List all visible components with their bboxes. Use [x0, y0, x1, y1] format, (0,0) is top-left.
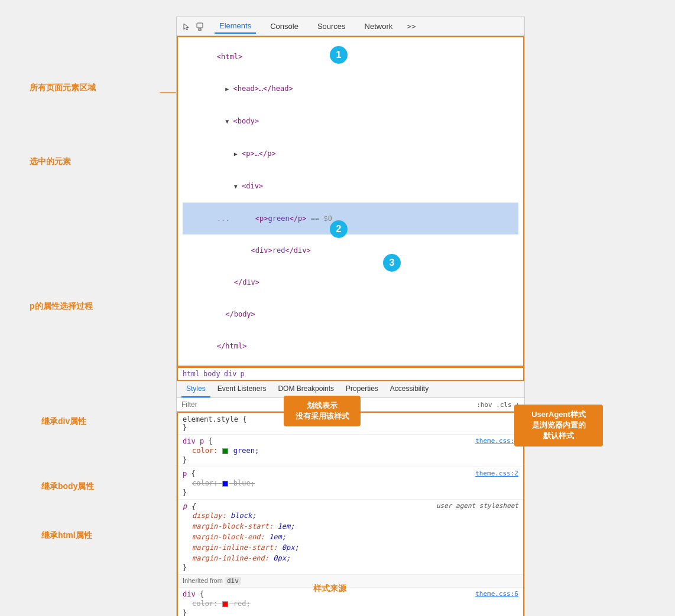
color-swatch-green [222, 448, 228, 454]
source-theme5[interactable]: theme.css:5 [475, 437, 518, 445]
annotation-inherit-html: 继承html属性 [41, 530, 92, 541]
dom-line-close-body[interactable]: </body> [183, 298, 518, 330]
dom-line-div-red[interactable]: <div>red</div> [183, 234, 518, 266]
annotation-inherit-body: 继承body属性 [41, 481, 94, 492]
dom-line-body[interactable]: ▼ <body> [183, 105, 518, 138]
breadcrumb-bar: html body div p [177, 367, 524, 381]
device-icon[interactable] [194, 21, 205, 32]
css-prop-margin-block-end: margin-block-end: 1em; [183, 532, 518, 542]
annotation-selected-element: 选中的元素 [30, 157, 71, 167]
tab-elements[interactable]: Elements [215, 19, 256, 34]
user-agent-explanation-box: UserAgent样式 是浏览器内置的 默认样式 [514, 405, 603, 446]
css-rules: element.style { } theme.css:5 div p { co… [177, 412, 524, 616]
source-theme6[interactable]: theme.css:6 [475, 590, 518, 598]
badge-3: 3 [383, 254, 401, 272]
css-selector-div-p: div p { [183, 437, 518, 445]
annotation-inherit-div: 继承div属性 [41, 416, 86, 427]
source-theme2[interactable]: theme.css:2 [475, 470, 518, 477]
breadcrumb-p[interactable]: p [241, 370, 245, 378]
devtools-toolbar: Elements Console Sources Network >> [177, 17, 524, 36]
toolbar-icons [181, 21, 205, 32]
inherited-from-div: Inherited from div [178, 575, 523, 588]
color-swatch-red [222, 601, 228, 607]
css-closing-p-blue: } [183, 488, 518, 497]
tab-sources[interactable]: Sources [313, 19, 351, 33]
css-prop-color-green: color: green; [183, 445, 518, 456]
tab-styles[interactable]: Styles [181, 381, 210, 397]
tab-dom-breakpoints[interactable]: DOM Breakpoints [273, 381, 339, 397]
css-prop-display: display: block; [183, 510, 518, 521]
annotation-all-elements: 所有页面元素区域 [30, 83, 96, 93]
css-prop-margin-inline-end: margin-inline-end: 0px; [183, 553, 518, 563]
badge-1: 1 [330, 46, 348, 64]
css-rule-div-p: theme.css:5 div p { color: green; } [178, 435, 523, 467]
css-prop-margin-block-start: margin-block-start: 1em; [183, 521, 518, 532]
filter-options: :hov .cls + [476, 401, 520, 409]
css-prop-color-blue: color: blue; [183, 478, 518, 488]
css-closing-div-p: } [183, 456, 518, 464]
css-closing-div-red: } [183, 609, 518, 616]
tab-console[interactable]: Console [265, 19, 303, 33]
tab-event-listeners[interactable]: Event Listeners [213, 381, 271, 397]
badge-2: 2 [330, 220, 348, 238]
main-container: Elements Console Sources Network >> <htm… [0, 0, 675, 616]
strikethrough-explanation-box: 划线表示 没有采用该样式 [284, 396, 361, 426]
css-rule-div-red: theme.css:6 div { color: red; } [178, 588, 523, 616]
breadcrumb-div[interactable]: div [224, 370, 237, 378]
tab-accessibility[interactable]: Accessibility [385, 381, 433, 397]
annotation-property-selection: p的属性选择过程 [30, 301, 93, 312]
inherited-tag-div: div [225, 577, 241, 585]
svg-rect-26 [197, 23, 203, 28]
css-closing-p-ua: } [183, 563, 518, 572]
css-prop-margin-inline-start: margin-inline-start: 0px; [183, 542, 518, 553]
dom-tree: <html> ▶ <head>…</head> ▼ <body> ▶ <p>…<… [177, 36, 524, 367]
css-rule-p-blue: theme.css:2 p { color: blue; } [178, 467, 523, 500]
cursor-icon[interactable] [181, 21, 192, 32]
css-selector-p-blue: p { [183, 470, 518, 478]
dom-line-p-green[interactable]: ... <p>green</p> == $0 [183, 203, 518, 234]
tab-network[interactable]: Network [360, 19, 398, 33]
dom-line-head[interactable]: ▶ <head>…</head> [183, 73, 518, 105]
tab-properties[interactable]: Properties [341, 381, 383, 397]
breadcrumb-body[interactable]: body [203, 370, 220, 378]
source-user-agent-1: user agent stylesheet [436, 502, 518, 510]
color-swatch-blue [222, 481, 228, 487]
css-rule-p-user-agent: user agent stylesheet p { display: block… [178, 500, 523, 575]
css-selector-div-red: div { [183, 590, 518, 598]
dom-line-close-div[interactable]: </div> [183, 266, 518, 298]
more-tabs[interactable]: >> [407, 22, 416, 31]
dom-line-div[interactable]: ▼ <div> [183, 170, 518, 203]
dom-line-close-html[interactable]: </html> [183, 330, 518, 362]
dom-line-html[interactable]: <html> [183, 41, 518, 73]
breadcrumb-html[interactable]: html [183, 370, 200, 378]
devtools-panel: Elements Console Sources Network >> <htm… [176, 17, 525, 616]
annotation-style-source: 样式来源 [313, 584, 346, 594]
css-prop-color-red: color: red; [183, 598, 518, 609]
dom-line-p[interactable]: ▶ <p>…</p> [183, 138, 518, 170]
